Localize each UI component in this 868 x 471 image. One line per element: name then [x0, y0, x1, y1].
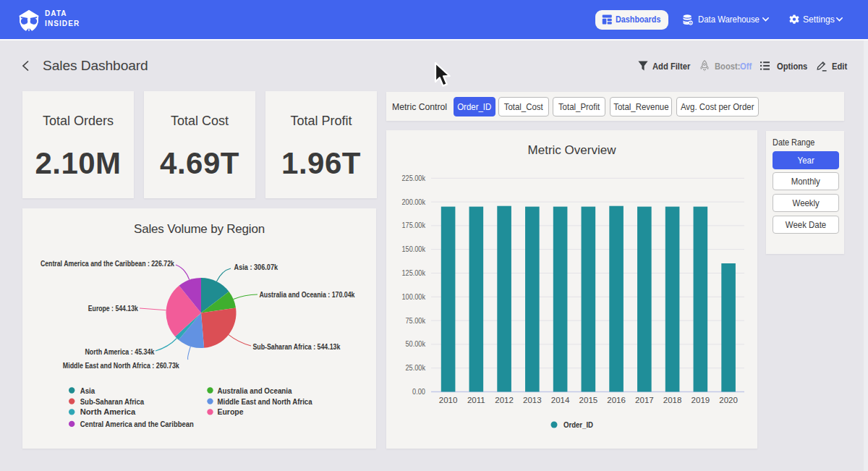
svg-text:Australia and Oceania: Australia and Oceania [218, 386, 293, 395]
svg-text:2018: 2018 [663, 396, 682, 404]
svg-text:Australia and Oceania : 170.04: Australia and Oceania : 170.04k [260, 290, 356, 299]
svg-text:Central America and the Caribb: Central America and the Caribbean : 226.… [41, 259, 175, 268]
svg-text:2013: 2013 [523, 396, 542, 404]
svg-text:2010: 2010 [439, 396, 458, 404]
svg-text:2014: 2014 [551, 396, 570, 404]
svg-text:Asia: Asia [80, 386, 95, 395]
svg-text:Europe: Europe [218, 407, 244, 416]
svg-text:2015: 2015 [579, 396, 598, 404]
svg-text:Sub-Saharan Africa : 544.13k: Sub-Saharan Africa : 544.13k [252, 342, 341, 351]
svg-text:175.00k: 175.00k [402, 221, 426, 229]
svg-text:2016: 2016 [607, 396, 626, 404]
svg-text:Asia : 306.07k: Asia : 306.07k [234, 263, 278, 271]
svg-text:75.00k: 75.00k [406, 316, 426, 325]
svg-text:150.00k: 150.00k [402, 245, 426, 253]
svg-text:200.00k: 200.00k [402, 198, 426, 206]
svg-text:50.00k: 50.00k [406, 339, 426, 348]
svg-text:225.00k: 225.00k [402, 174, 426, 182]
svg-text:Order_ID: Order_ID [563, 420, 593, 429]
svg-text:0.00: 0.00 [412, 387, 425, 396]
svg-text:North America : 45.34k: North America : 45.34k [85, 347, 155, 356]
svg-text:Middle East and North Africa: Middle East and North Africa [218, 397, 313, 406]
svg-text:2017: 2017 [635, 396, 654, 404]
svg-text:Middle East and North Africa :: Middle East and North Africa : 260.73k [63, 361, 180, 370]
svg-text:125.00k: 125.00k [402, 268, 426, 277]
svg-text:Sub-Saharan Africa: Sub-Saharan Africa [80, 397, 145, 406]
svg-text:2020: 2020 [719, 396, 738, 404]
svg-text:2019: 2019 [692, 396, 710, 404]
svg-text:100.00k: 100.00k [402, 292, 426, 301]
svg-text:2011: 2011 [467, 396, 485, 404]
svg-text:25.00k: 25.00k [406, 363, 426, 372]
svg-text:Europe : 544.13k: Europe : 544.13k [88, 304, 139, 313]
svg-text:North America: North America [80, 407, 136, 416]
svg-text:2012: 2012 [495, 396, 514, 404]
svg-text:Central America and the Caribb: Central America and the Caribbean [80, 420, 194, 428]
